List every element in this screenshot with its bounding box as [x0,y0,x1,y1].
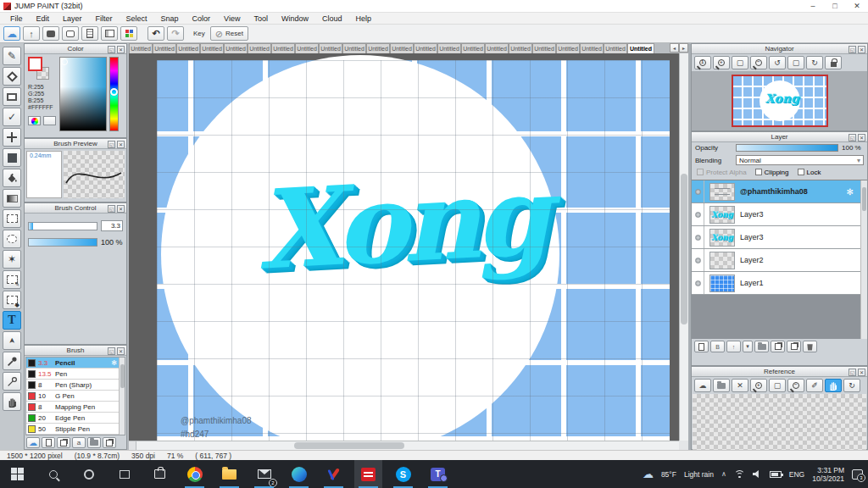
reset-button[interactable]: ⊘ Reset [210,26,248,41]
canvas-tab[interactable]: Untitled [176,43,200,53]
language-indicator[interactable]: ENG [789,470,804,479]
brush-settings-gear-icon[interactable]: ✻ [111,359,117,367]
taskbar-chrome[interactable] [181,460,209,488]
gradient-tool[interactable] [3,189,21,208]
brush-cloud-download-button[interactable]: ☁ [26,437,40,448]
select-pen-tool[interactable]: ✎ [3,270,21,289]
battery-icon[interactable] [770,471,782,478]
material-button[interactable] [120,26,137,41]
popout-icon[interactable]: ◱ [108,347,115,355]
close-icon[interactable]: ✕ [117,347,125,355]
popout-icon[interactable]: ◱ [108,141,115,148]
canvas-tab[interactable]: Untitled [129,43,153,53]
close-icon[interactable]: ✕ [117,141,125,148]
palette-mode-button[interactable] [28,116,41,125]
taskbar-mail[interactable]: 2 [250,460,278,488]
canvas-tab[interactable]: Untitled [437,43,461,53]
hscroll-thumb[interactable] [294,442,404,449]
canvas-artwork[interactable]: Xong @phamthikimha08 #hd247 [157,60,670,441]
popout-icon[interactable]: ◱ [849,369,856,376]
sv-selector[interactable] [61,58,68,65]
zoom-out-button[interactable]: − [750,56,767,69]
canvas-vertical-scrollbar[interactable] [679,53,688,441]
menu-layer[interactable]: Layer [56,13,89,25]
canvas-tab[interactable]: Untitled [461,43,485,53]
taskbar-explorer[interactable] [215,460,243,488]
vscroll-thumb[interactable] [681,174,687,324]
brush-item[interactable]: 3.3Pencil✻ [26,358,119,369]
hue-slider[interactable] [109,57,119,131]
layer-settings-gear-icon[interactable]: ✻ [847,187,854,197]
rotate-right-button[interactable]: ↻ [806,56,823,69]
close-icon[interactable]: ✕ [858,134,865,141]
menu-tool[interactable]: Tool [247,13,275,25]
brush-item[interactable]: 20Edge Pen [26,413,119,424]
canvas-tab[interactable]: Untitled [390,43,414,53]
redo-button[interactable]: ↷ [167,26,184,41]
cortana-button[interactable] [75,460,103,488]
ref-eyedropper-button[interactable]: ✐ [806,379,823,392]
lasso-tool[interactable] [3,230,21,248]
ref-zoom-in-button[interactable]: + [750,379,767,392]
edit-brush-button[interactable]: a [72,437,86,448]
popout-icon[interactable]: ◱ [849,134,856,141]
clipping-checkbox[interactable]: Clipping [755,169,789,176]
comment-button[interactable] [62,26,79,41]
popout-icon[interactable]: ◱ [108,46,115,53]
brush-size-value[interactable]: 3.3 [101,220,123,231]
start-button[interactable] [3,460,31,488]
canvas-tab[interactable]: Untitled [271,43,295,53]
lock-button[interactable] [825,56,842,69]
ref-clear-button[interactable]: ✕ [732,379,748,392]
layer-folder-button[interactable] [754,341,769,352]
reference-view[interactable] [693,394,866,451]
lock-checkbox[interactable]: Lock [798,169,821,176]
layer-row[interactable]: @phamthikimha08✻ [692,180,860,203]
canvas-tab[interactable]: Untitled [342,43,366,53]
ref-rotate-button[interactable]: ↻ [843,379,860,392]
close-icon[interactable]: ✕ [117,46,125,53]
layer-list-scrollbar[interactable] [860,180,867,339]
add-8bit-layer-button[interactable]: B [710,341,725,352]
canvas-tab[interactable]: Untitled [153,43,176,53]
menu-color[interactable]: Color [186,13,218,25]
menu-view[interactable]: View [217,13,247,25]
canvas-tab[interactable]: Untitled [319,43,342,53]
layer-menu-button[interactable]: ▾ [743,341,753,352]
layer-visibility-toggle[interactable] [692,272,704,294]
menu-filter[interactable]: Filter [89,13,120,25]
select-tool[interactable] [3,209,21,228]
brush-item[interactable]: 8Pen (Sharp) [26,380,119,391]
close-button[interactable]: ✕ [846,0,868,12]
menu-select[interactable]: Select [120,13,154,25]
zoom-actual-button[interactable]: 1 [694,56,711,69]
hue-selector[interactable] [110,88,118,96]
taskbar-jump-paint[interactable] [354,460,382,488]
canvas-tab[interactable]: Untitled [295,43,319,53]
taskbar-medibang[interactable] [320,460,348,488]
brush-folder-button[interactable] [87,437,101,448]
shape-tool[interactable] [3,87,21,106]
polyline-tool[interactable]: ✓ [3,108,21,126]
notification-center-icon[interactable]: 3 [852,469,863,480]
duplicate-layer-button[interactable] [771,341,785,352]
hand-tool[interactable] [3,392,21,411]
eyedropper-tool[interactable] [3,352,21,370]
magic-wand-tool[interactable]: ✶ [3,250,21,269]
chat-button[interactable] [42,26,59,41]
layer-row[interactable]: Layer2 [692,249,860,272]
layer-visibility-toggle[interactable] [692,226,704,248]
canvas-tab[interactable]: Untitled [248,43,271,53]
canvas-tab[interactable]: Untitled [485,43,509,53]
popout-icon[interactable]: ◱ [849,46,856,53]
maximize-button[interactable]: □ [824,0,846,12]
zoom-in-button[interactable]: + [713,56,730,69]
color-option-button[interactable] [43,116,56,125]
select-eraser-tool[interactable]: ◆ [3,291,21,309]
taskbar-search-button[interactable] [39,460,67,488]
navigator-thumbnail[interactable]: Xong [732,75,828,127]
upload-button[interactable]: ↑ [23,26,40,41]
layer-row[interactable]: XongLayer3 [692,203,860,226]
volume-icon[interactable] [753,470,762,478]
tray-expand-icon[interactable]: ∧ [721,470,726,478]
